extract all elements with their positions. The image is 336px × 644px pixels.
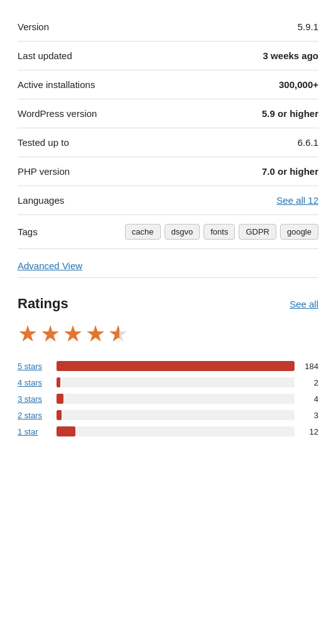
languages-row: Languages See all 12: [18, 186, 318, 215]
rating-3stars-label[interactable]: 3 stars: [18, 394, 50, 404]
star-1: ★: [18, 321, 38, 347]
rating-4stars-fill: [57, 377, 60, 387]
tag-cache[interactable]: cache: [125, 224, 161, 240]
rating-bar-1star: 1 star 12: [18, 426, 318, 436]
rating-bar-4stars: 4 stars 2: [18, 377, 318, 387]
rating-3stars-count: 4: [301, 394, 318, 404]
rating-4stars-count: 2: [301, 378, 318, 387]
last-updated-label: Last updated: [18, 50, 72, 61]
tags-container: cache dsgvo fonts GDPR google: [68, 224, 318, 240]
rating-bar-5stars: 5 stars 184: [18, 361, 318, 371]
star-5-half: ★ ★: [108, 321, 128, 347]
version-label: Version: [18, 21, 49, 32]
rating-5stars-count: 184: [301, 362, 318, 371]
languages-link[interactable]: See all 12: [276, 195, 318, 206]
advanced-view-link[interactable]: Advanced View: [18, 260, 82, 271]
rating-bar-3stars: 3 stars 4: [18, 394, 318, 404]
rating-bar-2stars: 2 stars 3: [18, 410, 318, 420]
version-row: Version 5.9.1: [18, 13, 318, 42]
wp-version-row: WordPress version 5.9 or higher: [18, 99, 318, 128]
tested-up-to-label: Tested up to: [18, 137, 69, 148]
wp-version-label: WordPress version: [18, 108, 97, 119]
version-value: 5.9.1: [298, 21, 318, 32]
rating-4stars-label[interactable]: 4 stars: [18, 378, 50, 387]
info-section: Version 5.9.1 Last updated 3 weeks ago A…: [18, 13, 318, 249]
rating-2stars-count: 3: [301, 411, 318, 420]
rating-1star-fill: [57, 426, 75, 436]
rating-1star-track: [57, 426, 295, 436]
rating-2stars-track: [57, 410, 295, 420]
ratings-title: Ratings: [18, 296, 68, 312]
ratings-section: Ratings See all ★ ★ ★ ★ ★ ★ 5 stars 184: [18, 278, 318, 449]
active-installations-row: Active installations 300,000+: [18, 70, 318, 99]
php-version-row: PHP version 7.0 or higher: [18, 157, 318, 186]
tag-fonts[interactable]: fonts: [203, 224, 235, 240]
wp-version-value: 5.9 or higher: [262, 108, 318, 119]
stars-display: ★ ★ ★ ★ ★ ★: [18, 321, 318, 347]
main-container: Version 5.9.1 Last updated 3 weeks ago A…: [0, 0, 336, 462]
rating-3stars-track: [57, 394, 295, 404]
last-updated-row: Last updated 3 weeks ago: [18, 42, 318, 70]
rating-1star-label[interactable]: 1 star: [18, 427, 50, 436]
rating-5stars-label[interactable]: 5 stars: [18, 362, 50, 371]
star-4: ★: [85, 321, 106, 347]
star-3: ★: [63, 321, 83, 347]
rating-5stars-track: [57, 361, 295, 371]
rating-2stars-fill: [57, 410, 62, 420]
rating-5stars-fill: [57, 361, 295, 371]
last-updated-value: 3 weeks ago: [263, 50, 318, 61]
star-2: ★: [40, 321, 60, 347]
tag-gdpr[interactable]: GDPR: [239, 224, 276, 240]
ratings-header: Ratings See all: [18, 296, 318, 312]
rating-2stars-label[interactable]: 2 stars: [18, 411, 50, 420]
advanced-view-section: Advanced View: [18, 249, 318, 278]
php-version-value: 7.0 or higher: [262, 166, 318, 177]
tested-up-to-row: Tested up to 6.6.1: [18, 128, 318, 157]
tags-label: Tags: [18, 224, 68, 237]
tag-google[interactable]: google: [280, 224, 318, 240]
tested-up-to-value: 6.6.1: [298, 137, 318, 148]
active-installations-value: 300,000+: [279, 79, 318, 90]
star-5-half-fill: ★: [108, 321, 119, 347]
active-installations-label: Active installations: [18, 79, 95, 90]
languages-label: Languages: [18, 195, 64, 206]
rating-bars: 5 stars 184 4 stars 2 3 stars 4: [18, 361, 318, 436]
ratings-see-all-link[interactable]: See all: [290, 299, 318, 309]
php-version-label: PHP version: [18, 166, 70, 177]
tag-dsgvo[interactable]: dsgvo: [165, 224, 200, 240]
rating-1star-count: 12: [301, 427, 318, 436]
rating-3stars-fill: [57, 394, 63, 404]
rating-4stars-track: [57, 377, 295, 387]
tags-row: Tags cache dsgvo fonts GDPR google: [18, 215, 318, 249]
